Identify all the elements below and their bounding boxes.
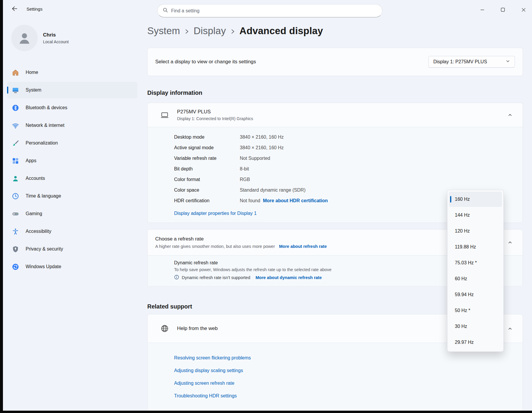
bluetooth-icon <box>12 104 19 112</box>
user-account-type: Local Account <box>43 39 69 44</box>
breadcrumb-system[interactable]: System <box>147 25 180 37</box>
display-select-value: Display 1: P275MV PLUS <box>433 59 487 64</box>
help-link-screen-flickering[interactable]: Resolving screen flickering problems <box>174 355 515 361</box>
refresh-option-144hz[interactable]: 144 Hz <box>449 208 502 223</box>
info-label: Desktop mode <box>174 134 240 140</box>
monitor-icon <box>160 110 169 120</box>
info-icon <box>174 275 179 281</box>
info-row-active-signal-mode: Active signal mode 3840 × 2160, 160 Hz <box>148 142 523 153</box>
refresh-option-30hz[interactable]: 30 Hz <box>449 319 502 334</box>
refresh-option-119-88hz[interactable]: 119.88 Hz <box>449 239 502 255</box>
minimize-button[interactable] <box>475 5 489 15</box>
apps-icon <box>12 157 19 165</box>
help-link-display-scaling[interactable]: Adjusting display scaling settings <box>174 367 515 374</box>
info-value: 3840 × 2160, 160 Hz <box>240 134 284 140</box>
more-about-refresh-rate-link[interactable]: More about refresh rate <box>279 244 327 249</box>
chevron-up-icon[interactable] <box>505 113 515 117</box>
user-name: Chris <box>43 32 69 38</box>
breadcrumb-current-page: Advanced display <box>239 25 323 37</box>
refresh-option-60hz[interactable]: 60 Hz <box>449 271 502 286</box>
search-box[interactable] <box>157 4 382 17</box>
sidebar-item-personalization[interactable]: Personalization <box>7 135 137 151</box>
display-select-label: Select a display to view or change its s… <box>155 59 256 65</box>
sidebar-item-label: Windows Update <box>26 264 61 269</box>
accounts-icon <box>12 175 19 182</box>
sidebar-item-label: Gaming <box>26 211 42 216</box>
sidebar-item-windows-update[interactable]: Windows Update <box>7 258 137 275</box>
breadcrumb-display[interactable]: Display <box>194 25 226 37</box>
refresh-option-59-94hz[interactable]: 59.94 Hz <box>449 287 502 302</box>
refresh-rate-text: Choose a refresh rate A higher rate give… <box>155 236 327 249</box>
refresh-option-75-03hz[interactable]: 75.03 Hz * <box>449 255 502 271</box>
shield-icon <box>12 246 19 253</box>
globe-icon <box>160 324 169 333</box>
display-information-heading: Display information <box>147 89 523 96</box>
chevron-up-icon[interactable] <box>505 240 515 245</box>
info-value: Standard dynamic range (SDR) <box>240 187 305 193</box>
info-value: Not Supported <box>240 155 270 162</box>
refresh-rate-subtitle-text: A higher rate gives smoother motion, but… <box>155 244 275 249</box>
close-button[interactable] <box>517 5 530 15</box>
back-button[interactable] <box>8 4 21 14</box>
display-device-text: P275MV PLUS Display 1: Connected to Inte… <box>177 109 253 121</box>
sidebar-item-system[interactable]: System <box>7 82 137 98</box>
display-adapter-properties-link[interactable]: Display adapter properties for Display 1 <box>174 211 257 216</box>
refresh-rate-subtitle: A higher rate gives smoother motion, but… <box>155 244 327 249</box>
personalization-icon <box>12 140 19 147</box>
display-information-header[interactable]: P275MV PLUS Display 1: Connected to Inte… <box>148 103 523 127</box>
search-input[interactable] <box>171 8 377 14</box>
sidebar-item-gaming[interactable]: Gaming <box>7 205 137 222</box>
sidebar-item-label: System <box>26 87 41 93</box>
chevron-down-icon <box>506 59 510 64</box>
help-link-screen-refresh-rate[interactable]: Adjusting screen refresh rate <box>174 380 515 387</box>
info-label: Variable refresh rate <box>174 155 240 162</box>
settings-window: Settings Chris Loc <box>3 0 532 411</box>
refresh-option-160hz[interactable]: 160 Hz <box>449 192 502 207</box>
refresh-option-29-97hz[interactable]: 29.97 Hz <box>449 335 502 350</box>
help-link-hdr-settings[interactable]: Troubleshooting HDR settings <box>174 393 515 399</box>
sidebar-item-label: Personalization <box>26 140 58 146</box>
sidebar-item-label: Accessibility <box>26 229 51 234</box>
breadcrumb: System Display Advanced display <box>147 25 523 37</box>
sidebar-item-time-language[interactable]: Time & language <box>7 188 137 204</box>
info-label: Active signal mode <box>174 145 240 151</box>
info-row-variable-refresh-rate: Variable refresh rate Not Supported <box>148 153 523 164</box>
more-about-dynamic-refresh-rate-link[interactable]: More about dynamic refresh rate <box>255 275 322 280</box>
hdr-certification-link[interactable]: More about HDR certification <box>263 198 328 204</box>
refresh-rate-title: Choose a refresh rate <box>155 236 327 242</box>
info-label: Bit depth <box>174 166 240 172</box>
accessibility-icon <box>12 228 19 235</box>
info-label: Color format <box>174 176 240 183</box>
display-select-dropdown[interactable]: Display 1: P275MV PLUS <box>428 56 515 68</box>
display-device-subtitle: Display 1: Connected to Intel(R) Graphic… <box>177 116 253 121</box>
chevron-up-icon[interactable] <box>505 326 515 331</box>
sidebar-item-label: Privacy & security <box>26 246 63 252</box>
chevron-right-icon <box>185 27 189 35</box>
dynamic-refresh-rate-status-text: Dynamic refresh rate isn't supported <box>182 275 250 280</box>
sidebar-item-label: Accounts <box>26 176 45 181</box>
sidebar-item-bluetooth-devices[interactable]: Bluetooth & devices <box>7 99 137 116</box>
sidebar-item-network-internet[interactable]: Network & internet <box>7 117 137 134</box>
refresh-option-120hz[interactable]: 120 Hz <box>449 223 502 239</box>
info-value: 3840 × 2160, 160 Hz <box>240 145 284 151</box>
help-from-web-title: Help from the web <box>177 326 218 331</box>
info-value: 8-bit <box>240 166 249 172</box>
sidebar-item-accessibility[interactable]: Accessibility <box>7 223 137 240</box>
sidebar-item-label: Time & language <box>26 193 61 199</box>
user-text: Chris Local Account <box>43 32 69 44</box>
help-links: Resolving screen flickering problems Adj… <box>148 343 523 411</box>
time-language-icon <box>12 193 19 200</box>
info-value: RGB <box>240 176 250 183</box>
sidebar-item-apps[interactable]: Apps <box>7 152 137 169</box>
sidebar-item-label: Apps <box>26 158 36 163</box>
sidebar-item-accounts[interactable]: Accounts <box>7 170 137 187</box>
chevron-right-icon <box>231 27 235 35</box>
user-account[interactable]: Chris Local Account <box>11 25 137 51</box>
refresh-option-50hz[interactable]: 50 Hz * <box>449 303 502 318</box>
sidebar-item-home[interactable]: Home <box>7 64 137 81</box>
gaming-icon <box>12 210 19 218</box>
info-value: Not found <box>240 198 260 204</box>
sidebar-item-privacy-security[interactable]: Privacy & security <box>7 241 137 257</box>
maximize-button[interactable] <box>496 5 510 15</box>
sidebar-item-label: Home <box>26 70 38 75</box>
